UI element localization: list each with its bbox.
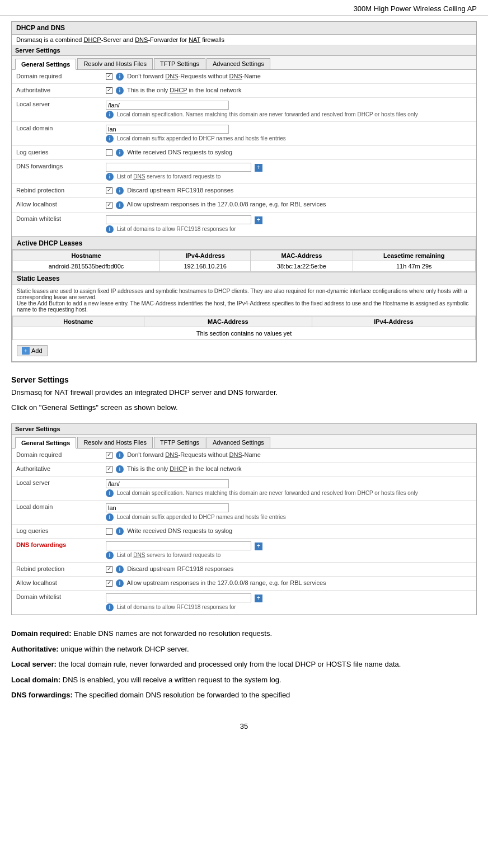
- checkbox2-domain-required[interactable]: [106, 452, 112, 459]
- second-screenshot-panel: Server Settings General Settings Resolv …: [11, 423, 477, 616]
- add-domain-whitelist-icon[interactable]: +: [255, 216, 262, 224]
- value-local-domain: i Local domain suffix appended to DHCP n…: [101, 122, 476, 146]
- page-header: 300M High Power Wireless Ceiling AP: [0, 0, 488, 16]
- add-static-icon: +: [22, 347, 30, 355]
- text-desc-local-server: the local domain rule, never forwarded a…: [59, 660, 401, 668]
- label2-rebind-protection: Rebind protection: [12, 563, 101, 577]
- tab2-resolv-hosts[interactable]: Resolv and Hosts Files: [77, 437, 153, 448]
- info-icon-local-server: i: [106, 111, 114, 119]
- label2-local-domain: Local domain: [12, 500, 101, 524]
- label2-domain-whitelist: Domain whitelist: [12, 591, 101, 615]
- text2-domain-required: Don't forward DNS-Requests without DNS-N…: [127, 451, 261, 458]
- tab2-advanced-settings[interactable]: Advanced Settings: [207, 437, 270, 448]
- text-desc-dns-forwardings: The specified domain DNS resolution be f…: [74, 691, 290, 699]
- lease-mac-1: 38:bc:1a:22:5e:be: [251, 261, 353, 271]
- value2-local-server: i Local domain specification. Names matc…: [101, 476, 476, 500]
- label-local-domain: Local domain: [12, 122, 101, 146]
- input-local-server[interactable]: [106, 101, 229, 110]
- prose-intro: Dnsmasq for NAT firewall provides an int…: [11, 387, 477, 398]
- info2-local-domain: i: [106, 513, 114, 521]
- value2-dns-forwardings: + i List of DNS servers to forward reque…: [101, 538, 476, 562]
- add-dns-forwardings-icon[interactable]: +: [255, 164, 262, 172]
- tab-advanced-settings[interactable]: Advanced Settings: [207, 58, 270, 69]
- term-dns-forwardings: DNS forwardings:: [11, 691, 73, 699]
- desc-dns-forwardings: List of DNS servers to forward requests …: [117, 173, 221, 180]
- second-settings-table: Domain required i Don't forward DNS-Requ…: [12, 449, 476, 615]
- checkbox-rebind-protection[interactable]: [106, 187, 112, 194]
- page-footer: 35: [0, 716, 488, 736]
- row2-domain-required: Domain required i Don't forward DNS-Requ…: [12, 449, 476, 463]
- checkbox2-allow-localhost[interactable]: [106, 580, 112, 587]
- lease-hostname-1: android-2815535bedfbd00c: [13, 261, 160, 271]
- static-col-ipv4: IPv4-Address: [312, 316, 475, 327]
- input2-domain-whitelist[interactable]: [106, 593, 251, 602]
- row-domain-required: Domain required i Don't forward DNS-Requ…: [12, 70, 476, 84]
- info2-rebind-protection: i: [116, 565, 124, 573]
- info-icon-domain-whitelist: i: [106, 225, 114, 233]
- text2-rebind-protection: Discard upstream RFC1918 responses: [127, 565, 233, 572]
- checkbox-log-queries[interactable]: [106, 149, 112, 156]
- tab-resolv-hosts[interactable]: Resolv and Hosts Files: [77, 58, 153, 69]
- active-leases-title: Active DHCP Leases: [12, 237, 476, 250]
- leases-header-row: Hostname IPv4-Address MAC-Address Leaset…: [13, 250, 476, 261]
- text-desc-domain-required: Enable DNS names are not forwarded no re…: [73, 629, 272, 638]
- checkbox2-authoritative[interactable]: [106, 466, 112, 473]
- checkbox2-log-queries[interactable]: [106, 528, 112, 535]
- text2-authoritative: This is the only DHCP in the local netwo…: [127, 465, 242, 472]
- term-local-domain: Local domain:: [11, 676, 60, 684]
- label2-allow-localhost: Allow localhost: [12, 577, 101, 591]
- row2-authoritative: Authoritative i This is the only DHCP in…: [12, 462, 476, 476]
- tabs-row-second: General Settings Resolv and Hosts Files …: [12, 435, 476, 449]
- lease-time-1: 11h 47m 29s: [353, 261, 475, 271]
- input2-local-domain[interactable]: [106, 503, 229, 512]
- row2-log-queries: Log queries i Write received DNS request…: [12, 524, 476, 538]
- input-local-domain[interactable]: [106, 125, 229, 134]
- input-domain-whitelist[interactable]: [106, 215, 251, 224]
- row-domain-whitelist: Domain whitelist + i List of domains to …: [12, 212, 476, 236]
- value-local-server: i Local domain specification. Names matc…: [101, 98, 476, 122]
- checkbox-domain-required[interactable]: [106, 73, 112, 80]
- value2-log-queries: i Write received DNS requests to syslog: [101, 524, 476, 538]
- add-static-button[interactable]: + Add: [17, 345, 48, 356]
- text-domain-required: Don't forward DNS-Requests without DNS-N…: [127, 73, 261, 79]
- input2-local-server[interactable]: [106, 479, 229, 488]
- top-screenshot-panel: DHCP and DNS Dnsmasq is a combined DHCP-…: [11, 21, 477, 362]
- desc-domain-whitelist: List of domains to allow RFC1918 respons…: [117, 225, 236, 232]
- text-log-queries: Write received DNS requests to syslog: [127, 149, 232, 155]
- col-hostname: Hostname: [13, 250, 160, 261]
- input-dns-forwardings[interactable]: [106, 163, 251, 172]
- add2-dns-forwardings-icon[interactable]: +: [255, 542, 262, 550]
- info-icon-authoritative: i: [116, 87, 124, 95]
- static-col-mac: MAC-Address: [144, 316, 312, 327]
- value2-allow-localhost: i Allow upstream responses in the 127.0.…: [101, 577, 476, 591]
- term-local-server: Local server:: [11, 660, 57, 668]
- tab2-general-settings[interactable]: General Settings: [15, 437, 76, 449]
- checkbox-allow-localhost[interactable]: [106, 202, 112, 209]
- label-dns-forwardings: DNS forwardings: [12, 160, 101, 184]
- input2-dns-forwardings[interactable]: [106, 541, 251, 550]
- tab-general-settings[interactable]: General Settings: [15, 59, 76, 70]
- row-local-server: Local server i Local domain specificatio…: [12, 98, 476, 122]
- value2-domain-whitelist: + i List of domains to allow RFC1918 res…: [101, 591, 476, 615]
- text2-allow-localhost: Allow upstream responses in the 127.0.0.…: [127, 579, 326, 586]
- add2-domain-whitelist-icon[interactable]: +: [255, 595, 262, 602]
- checkbox2-rebind-protection[interactable]: [106, 566, 112, 573]
- desc-para-authoritative: Authoritative: unique within the network…: [11, 644, 477, 655]
- label-rebind-protection: Rebind protection: [12, 184, 101, 198]
- static-empty-row: This section contains no values yet: [13, 327, 476, 339]
- row2-local-domain: Local domain i Local domain suffix appen…: [12, 500, 476, 524]
- value-authoritative: i This is the only DHCP in the local net…: [101, 84, 476, 98]
- label2-dns-forwardings: DNS forwardings: [12, 538, 101, 562]
- text-allow-localhost: Allow upstream responses in the 127.0.0.…: [127, 201, 326, 207]
- checkbox-authoritative[interactable]: [106, 87, 112, 94]
- tab-tftp-settings[interactable]: TFTP Settings: [154, 58, 205, 69]
- row2-domain-whitelist: Domain whitelist + i List of domains to …: [12, 591, 476, 615]
- tab2-tftp-settings[interactable]: TFTP Settings: [154, 437, 205, 448]
- label-domain-required: Domain required: [12, 70, 101, 84]
- static-leases-title: Static Leases: [12, 272, 476, 285]
- row2-local-server: Local server i Local domain specificatio…: [12, 476, 476, 500]
- info-icon-allow-localhost: i: [116, 201, 124, 209]
- label-allow-localhost: Allow localhost: [12, 198, 101, 212]
- desc-local-server: Local domain specification. Names matchi…: [117, 111, 418, 117]
- text-desc-authoritative: unique within the network DHCP server.: [60, 645, 189, 653]
